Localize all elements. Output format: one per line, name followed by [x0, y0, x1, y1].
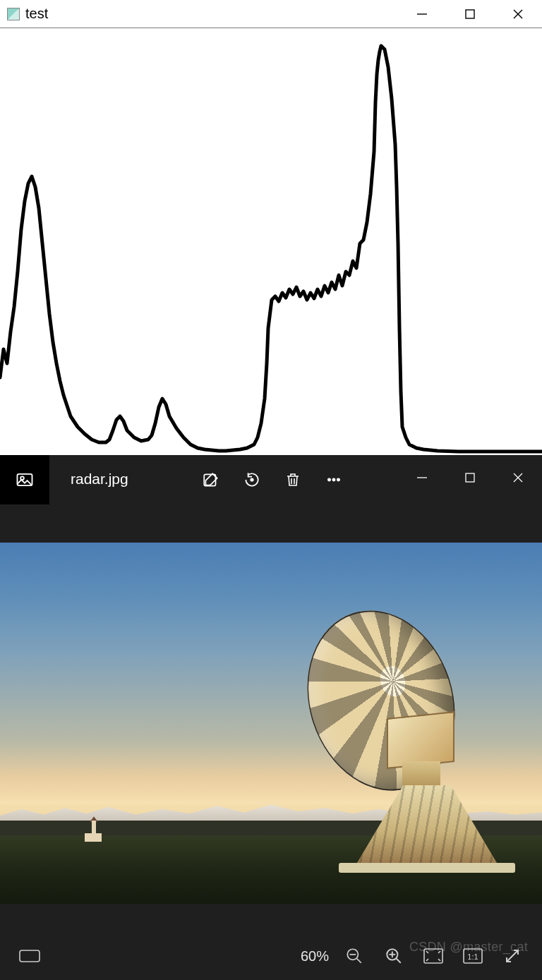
photos-titlebar[interactable]: radar.jpg — [0, 455, 542, 504]
close-icon — [512, 472, 524, 483]
zoom-out-icon — [345, 947, 363, 965]
window-controls — [398, 0, 542, 28]
svg-point-11 — [332, 478, 335, 481]
svg-point-7 — [251, 478, 253, 480]
photos-minimize-button[interactable] — [398, 464, 446, 496]
zoom-out-button[interactable] — [335, 939, 374, 973]
svg-line-19 — [356, 958, 361, 963]
svg-line-22 — [396, 958, 401, 963]
minimize-button[interactable] — [398, 0, 446, 28]
collection-button[interactable] — [0, 455, 49, 504]
test-titlebar[interactable]: test — [0, 0, 542, 28]
window-title: test — [25, 6, 48, 22]
photo-viewport[interactable] — [0, 543, 542, 904]
photos-maximize-button[interactable] — [446, 464, 494, 496]
svg-rect-14 — [466, 473, 474, 482]
filmstrip-button[interactable] — [10, 939, 49, 973]
test-window: test — [0, 0, 542, 455]
close-icon — [512, 8, 524, 20]
edit-icon — [202, 471, 220, 489]
photo-church — [85, 821, 102, 846]
app-icon — [7, 8, 20, 20]
rotate-icon — [243, 471, 261, 489]
more-button[interactable] — [313, 464, 354, 496]
zoom-in-button[interactable] — [374, 939, 414, 973]
more-icon — [325, 471, 343, 489]
rotate-button[interactable] — [231, 464, 272, 496]
histogram-line — [0, 28, 542, 455]
svg-rect-1 — [466, 10, 474, 18]
minimize-icon — [416, 472, 428, 483]
trash-icon — [284, 471, 301, 488]
svg-rect-17 — [20, 950, 40, 962]
photo-radar-dish — [289, 609, 515, 863]
maximize-button[interactable] — [446, 0, 494, 28]
watermark: CSDN @master_cat — [409, 940, 528, 955]
svg-point-10 — [327, 478, 330, 481]
close-button[interactable] — [494, 0, 542, 28]
svg-point-12 — [337, 478, 339, 481]
zoom-in-icon — [385, 947, 403, 965]
photo-icon — [15, 470, 35, 490]
maximize-icon — [464, 472, 476, 483]
zoom-label: 60% — [301, 948, 329, 964]
filename-label: radar.jpg — [71, 471, 128, 488]
photos-close-button[interactable] — [494, 464, 542, 496]
histogram-chart — [0, 28, 542, 455]
minimize-icon — [416, 8, 428, 20]
photo-gap — [0, 504, 542, 543]
edit-button[interactable] — [191, 464, 231, 496]
filmstrip-icon — [19, 948, 40, 964]
photos-window: radar.jpg — [0, 455, 542, 980]
delete-button[interactable] — [272, 464, 313, 496]
maximize-icon — [464, 8, 476, 20]
